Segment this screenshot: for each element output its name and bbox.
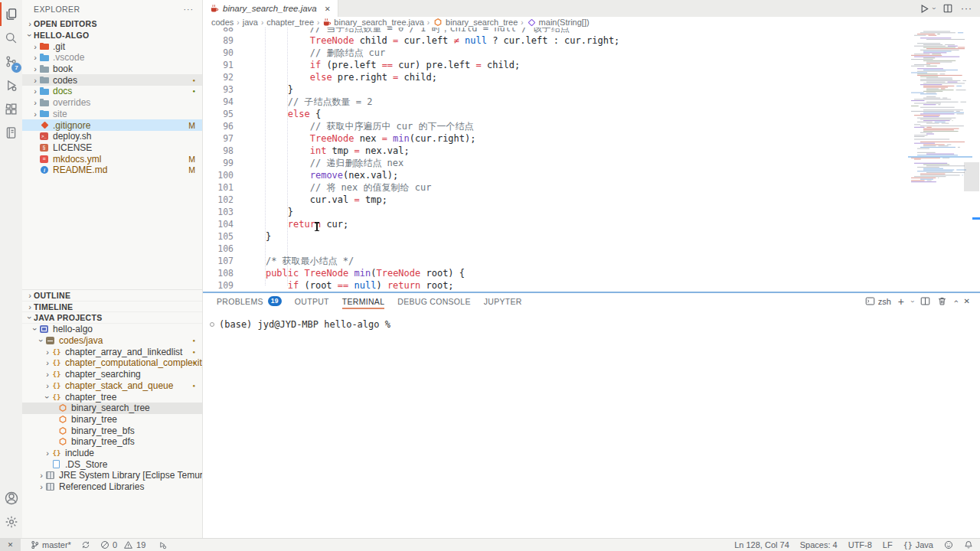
panel-tab-terminal[interactable]: TERMINAL xyxy=(342,293,385,309)
tree-item-license[interactable]: ›§LICENSE xyxy=(22,142,202,154)
problems-item[interactable]: 0 19 xyxy=(100,540,145,549)
editor-actions: › ··· xyxy=(918,0,980,17)
tree-item-ds-store[interactable]: ›.DS_Store xyxy=(22,458,202,470)
close-panel-icon[interactable]: ✕ xyxy=(964,297,970,306)
git-modified-badge: M xyxy=(188,165,195,174)
close-icon[interactable]: ✕ xyxy=(325,5,331,13)
activitybar-run-debug[interactable] xyxy=(0,73,22,97)
panel-tab-jupyter[interactable]: JUPYTER xyxy=(484,293,522,309)
scm-badge: 7 xyxy=(11,63,21,73)
tree-item-mkdocs-yml[interactable]: ›≡mkdocs.ymlM xyxy=(22,153,202,165)
language-item[interactable]: {} Java xyxy=(903,540,933,549)
kill-terminal-icon[interactable] xyxy=(937,296,947,306)
tree-item-readme-md[interactable]: ›iREADME.mdM xyxy=(22,165,202,176)
tree-item-chapter-computational-complexity[interactable]: ›{}chapter_computational_complexity● xyxy=(22,357,202,369)
tree-item-jre-system-library-eclipse-temurin-17-17[interactable]: ›JRE System Library [Eclipse Temurin 17 … xyxy=(22,470,202,481)
run-dropdown-icon[interactable]: › xyxy=(931,8,937,10)
tree-item-chapter-searching[interactable]: ›{}chapter_searching xyxy=(22,369,202,380)
activitybar-account[interactable] xyxy=(0,486,22,510)
line-number: 107 xyxy=(203,255,234,267)
status-left: ✕ master* 0 19 xyxy=(0,539,167,551)
activitybar-source-control[interactable]: 7 xyxy=(0,50,22,73)
panel-tab-problems[interactable]: PROBLEMS19 xyxy=(217,293,282,309)
tree-item-binary-search-tree[interactable]: ›binary_search_tree xyxy=(22,403,202,414)
indentation-item[interactable]: Spaces: 4 xyxy=(800,540,838,549)
tree-item-include[interactable]: ›{}include xyxy=(22,448,202,459)
activitybar-extensions[interactable] xyxy=(0,97,22,121)
activitybar-notebook[interactable] xyxy=(0,121,22,145)
tree-item-binary-tree[interactable]: ›binary_tree xyxy=(22,414,202,425)
tree-item-binary-tree-dfs[interactable]: ›binary_tree_dfs xyxy=(22,436,202,448)
workspace-root-header[interactable]: › HELLO-ALGO xyxy=(22,30,202,41)
breadcrumb-java[interactable]: java xyxy=(243,18,258,27)
code-line-106: 106 xyxy=(203,243,980,255)
breadcrumb-codes[interactable]: codes xyxy=(211,18,234,27)
line-number: 90 xyxy=(203,47,234,59)
timeline-header[interactable]: › TIMELINE xyxy=(22,302,202,313)
breadcrumb-chapter-tree[interactable]: chapter_tree xyxy=(266,18,314,27)
tree-item-vscode[interactable]: ›.vscode xyxy=(22,52,202,64)
tree-item-chapter-array-and-linkedlist[interactable]: ›{}chapter_array_and_linkedlist● xyxy=(22,346,202,357)
outline-header[interactable]: › OUTLINE xyxy=(22,290,202,302)
split-terminal-icon[interactable] xyxy=(920,296,930,306)
tree-item-site[interactable]: ›site xyxy=(22,109,202,120)
encoding-item[interactable]: UTF-8 xyxy=(848,540,872,549)
cursor-position-item[interactable]: Ln 128, Col 74 xyxy=(734,540,789,549)
shell-selector[interactable]: zsh xyxy=(865,296,891,306)
terminal-dropdown-icon[interactable]: › xyxy=(907,300,916,302)
tab-binary-search-tree[interactable]: binary_search_tree.java ✕ xyxy=(203,0,338,17)
tree-item-chapter-tree[interactable]: ›{}chapter_tree xyxy=(22,391,202,403)
java-projects-header[interactable]: › JAVA PROJECTS xyxy=(22,312,202,324)
code-line-101: 101 // 将 nex 的值复制给 cur xyxy=(203,181,980,194)
activitybar-settings[interactable] xyxy=(0,510,22,533)
panel-tab-debug-console[interactable]: DEBUG CONSOLE xyxy=(397,293,471,309)
eol-item[interactable]: LF xyxy=(883,540,893,549)
tree-item-codes-java[interactable]: ›codes/java● xyxy=(22,335,202,347)
breadcrumb-binary-search-tree-java[interactable]: binary_search_tree.java xyxy=(322,18,423,27)
chevron-right-icon: › xyxy=(38,471,45,479)
terminal-output[interactable]: (base) jyd@JYD-MBP hello-algo % xyxy=(208,319,980,330)
chevron-right-icon: › xyxy=(26,20,34,28)
maximize-panel-icon[interactable]: › xyxy=(951,300,960,303)
split-editor-icon[interactable] xyxy=(942,3,953,14)
branch-item[interactable]: master* xyxy=(31,540,71,549)
panel-tab-output[interactable]: OUTPUT xyxy=(295,293,329,309)
code-area[interactable]: 88 // 当子结点数量 = 0 / 1 时，child = null / 该子… xyxy=(203,28,980,292)
breadcrumb-main-string[interactable]: main(String[]) xyxy=(527,18,590,27)
tree-item-hello-algo[interactable]: ›hello-algo xyxy=(22,324,202,335)
new-terminal-icon[interactable]: + xyxy=(898,297,904,306)
shell-icon: >_ xyxy=(40,132,48,140)
feedback-item[interactable] xyxy=(944,540,953,549)
code-line-95: 95 else { xyxy=(203,108,980,120)
code-line-96: 96 // 获取中序遍历中 cur 的下一个结点 xyxy=(203,120,980,132)
tree-item-binary-tree-bfs[interactable]: ›binary_tree_bfs xyxy=(22,425,202,436)
tree-item-overrides[interactable]: ›overrides xyxy=(22,97,202,109)
more-actions-icon[interactable]: ··· xyxy=(961,3,972,14)
breadcrumb-binary-search-tree[interactable]: binary_search_tree xyxy=(433,18,518,27)
tree-item-gitignore[interactable]: ›.gitignoreM xyxy=(22,119,202,131)
minimap[interactable] xyxy=(911,28,966,185)
tree-item-referenced-libraries[interactable]: ›Referenced Libraries xyxy=(22,481,202,493)
tree-item-git[interactable]: ›.git xyxy=(22,41,202,52)
tree-item-docs[interactable]: ›docs● xyxy=(22,86,202,97)
editor-scrollbar-thumb[interactable] xyxy=(964,162,979,191)
open-editors-header[interactable]: › OPEN EDITORS xyxy=(22,18,202,30)
notifications-item[interactable] xyxy=(964,540,973,549)
activitybar-explorer[interactable] xyxy=(0,2,22,26)
tree-item-chapter-stack-and-queue[interactable]: ›{}chapter_stack_and_queue● xyxy=(22,380,202,392)
line-number: 108 xyxy=(203,267,234,279)
sync-item[interactable] xyxy=(81,540,90,549)
java-projects-tree: ›hello-algo›codes/java●›{}chapter_array_… xyxy=(22,324,202,492)
debug-status-item[interactable] xyxy=(158,540,167,549)
chevron-down-icon: › xyxy=(26,31,34,39)
activitybar-search[interactable] xyxy=(0,26,22,50)
more-actions-icon[interactable]: ··· xyxy=(184,0,194,18)
warnings-icon xyxy=(123,540,133,549)
line-number: 101 xyxy=(203,181,234,194)
tree-item-deploy-sh[interactable]: ›>_deploy.sh xyxy=(22,131,202,142)
chevron-right-icon: › xyxy=(31,54,39,61)
remote-indicator[interactable]: ✕ xyxy=(0,539,21,551)
tree-item-book[interactable]: ›book xyxy=(22,64,202,75)
tree-item-codes[interactable]: ›codes● xyxy=(22,74,202,86)
run-icon[interactable] xyxy=(918,3,929,15)
